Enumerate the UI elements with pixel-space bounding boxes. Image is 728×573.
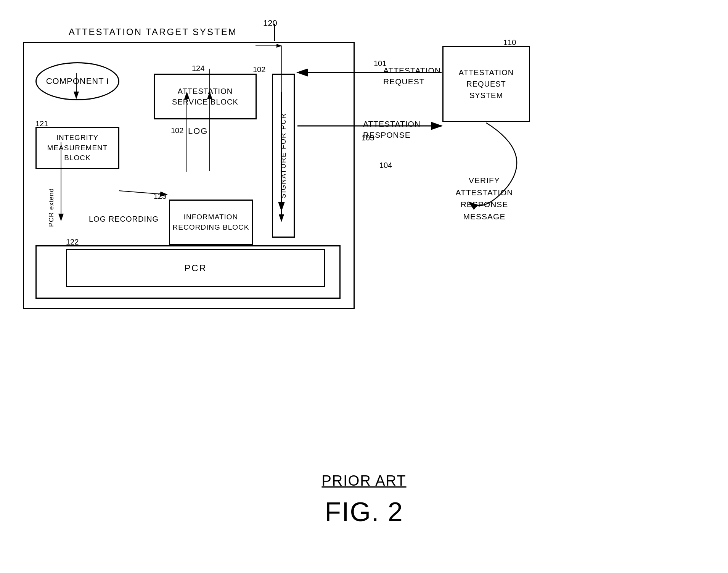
attestation-request-system: ATTESTATIONREQUESTSYSTEM: [442, 46, 530, 122]
label-124: 124: [192, 64, 204, 73]
verify-block: VERIFYATTESTATIONRESPONSEMESSAGE: [427, 160, 542, 237]
diagram-wrapper: ATTESTATION TARGET SYSTEM 120 COMPONENT …: [23, 15, 709, 313]
attestation-service-block: ATTESTATIONSERVICE BLOCK: [154, 74, 257, 119]
label-123: 123: [154, 192, 166, 201]
prior-art-section: PRIOR ART FIG. 2: [0, 473, 728, 527]
fig-label: FIG. 2: [325, 497, 403, 527]
integrity-measurement-block: INTEGRITYMEASUREMENT BLOCK: [35, 127, 119, 169]
signature-for-pcr-box: SIGNATURE FOR PCR: [272, 74, 295, 238]
page: ATTESTATION TARGET SYSTEM 120 COMPONENT …: [0, 0, 728, 573]
pcr-extend-label: PCR extend: [48, 188, 55, 227]
prior-art-label: PRIOR ART: [321, 473, 406, 489]
log-label: LOG: [188, 126, 208, 136]
attestation-target-system-box: COMPONENT i 121 INTEGRITYMEASUREMENT BLO…: [23, 42, 355, 309]
label-110: 110: [503, 38, 516, 47]
label-122: 122: [66, 238, 79, 246]
attestation-request-label: ATTESTATIONREQUEST: [383, 65, 441, 87]
attestation-target-system-label: ATTESTATION TARGET SYSTEM: [69, 27, 237, 37]
label-103: 103: [362, 134, 374, 142]
label-104: 104: [379, 161, 392, 170]
pcr-box: PCR: [66, 249, 325, 287]
component-ellipse: COMPONENT i: [35, 62, 119, 100]
label-102-log: 102: [171, 126, 183, 135]
label-102-sig: 102: [253, 65, 265, 74]
log-recording-label: LOG RECORDING: [89, 215, 159, 224]
information-recording-block: INFORMATIONRECORDING BLOCK: [169, 200, 253, 245]
label-120: 120: [263, 18, 277, 28]
